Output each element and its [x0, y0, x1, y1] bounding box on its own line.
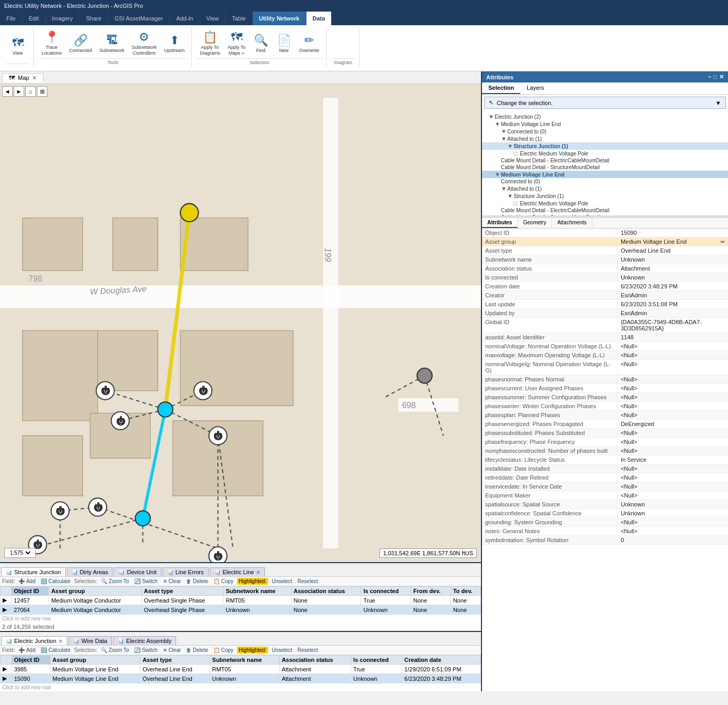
table-row[interactable]: ▶ 15090 Medium Voltage Line End Overhead… — [1, 674, 481, 683]
add-btn-2[interactable]: ➕ Add — [17, 647, 37, 654]
col-creationdate-2[interactable]: Creation date — [402, 656, 481, 665]
switch-btn-1[interactable]: 🔄 Switch — [132, 578, 159, 585]
tree-item-electric-junction[interactable]: ▼ Electric Junction (2) — [482, 113, 728, 120]
tree-toggle-2[interactable]: ▼ — [495, 121, 501, 127]
tab-addin[interactable]: Add-In — [170, 12, 200, 25]
tab-device-unit[interactable]: 📊 Device Unit — [114, 567, 161, 576]
tab-share[interactable]: Share — [79, 12, 108, 25]
delete-btn-1[interactable]: 🗑 Delete — [184, 578, 210, 585]
float-button[interactable]: □ — [713, 74, 717, 80]
upstream-button[interactable]: ⬆ Upstream — [161, 32, 187, 55]
apply-to-diagrams-button[interactable]: 📋 Apply ToDiagrams — [197, 29, 223, 58]
tree-item-structure-junction-2[interactable]: ▼ Structure Junction (1) — [482, 192, 728, 200]
attr-tab-geometry[interactable]: Geometry — [518, 218, 552, 228]
zoom-to-btn-1[interactable]: 🔍 Zoom To — [99, 578, 131, 585]
tab-view[interactable]: View — [200, 12, 226, 25]
col-isconnected-2[interactable]: Is connected — [351, 656, 402, 665]
tree-toggle-4[interactable]: ▼ — [501, 136, 507, 142]
apply-to-maps-button[interactable]: 🗺 Apply ToMaps = — [225, 29, 248, 58]
attributes-scroll[interactable]: Object ID 15090 Asset group Medium Volta… — [482, 229, 728, 691]
tab-electric-assembly[interactable]: 📊 Electric Assembly — [113, 636, 176, 645]
tab-selection[interactable]: Selection — [482, 82, 520, 94]
tree-item-connected-0-2[interactable]: Connected to (0) — [482, 178, 728, 185]
table-scroll-2[interactable]: Object ID Asset group Asset type Subnetw… — [0, 655, 481, 691]
col-assettype-2[interactable]: Asset type — [140, 656, 210, 665]
tree-toggle-5[interactable]: ▼ — [507, 143, 514, 149]
add-row-2[interactable]: Click to add new row. — [0, 683, 481, 691]
electric-line-close[interactable]: ✕ — [256, 569, 260, 575]
view-button[interactable]: 🗺 View — [7, 35, 28, 58]
tree-toggle-3[interactable]: ▼ — [501, 128, 507, 134]
edit-icon[interactable]: ✏ — [721, 239, 725, 245]
copy-btn-2[interactable]: 📋 Copy — [212, 647, 235, 654]
map-tab[interactable]: 🗺 Map ✕ — [2, 73, 44, 82]
close-button[interactable]: ✕ — [719, 74, 724, 80]
tab-dirty-areas[interactable]: 📊 Dirty Areas — [67, 567, 113, 576]
tab-table[interactable]: Table — [225, 12, 252, 25]
clear-btn-1[interactable]: ✕ Clear — [161, 578, 183, 585]
col-objectid-2[interactable]: Object ID — [12, 656, 50, 665]
tree-toggle-7[interactable]: ▼ — [495, 171, 501, 178]
map-container[interactable]: W Douglas Ave 199 698 — [0, 84, 481, 562]
attr-tab-attachments[interactable]: Attachments — [552, 218, 592, 228]
tree-toggle-1[interactable]: ▼ — [488, 113, 495, 120]
unselect-btn-1[interactable]: Unselect — [270, 578, 294, 585]
zoom-home-button[interactable]: ⌂ — [25, 86, 36, 97]
tab-wire-data[interactable]: 📊 Wire Data — [68, 636, 112, 645]
add-btn-1[interactable]: ➕ Add — [17, 578, 37, 585]
tab-utility-network[interactable]: Utility Network — [253, 12, 306, 25]
col-objectid-1[interactable]: Object ID — [12, 587, 49, 596]
tree-item-cable-mount-3[interactable]: Cable Mount Detail - ElectricCableMountD… — [482, 207, 728, 214]
tree-item-cable-mount-2[interactable]: Cable Mount Detail - StructureMountDetai… — [482, 164, 728, 171]
col-assocstatus-1[interactable]: Association status — [291, 587, 361, 596]
col-assetgroup-1[interactable]: Asset group — [49, 587, 141, 596]
tree-item-attached-1-2[interactable]: ▼ Attached to (1) — [482, 185, 728, 192]
unselect-btn-2[interactable]: Unselect — [270, 647, 294, 654]
tab-file[interactable]: File — [0, 12, 23, 25]
table-scroll-1[interactable]: Object ID Asset group Asset type Subnetw… — [0, 586, 481, 623]
attr-tab-attributes[interactable]: Attributes — [482, 218, 518, 228]
table-row[interactable]: ▶ 12457 Medium Voltage Conductor Overhea… — [1, 596, 481, 605]
col-assetgroup-2[interactable]: Asset group — [50, 656, 140, 665]
tree-toggle-8[interactable]: ▼ — [501, 185, 507, 192]
full-extent-button[interactable]: ⊞ — [37, 86, 47, 97]
selection-dropdown[interactable]: ↖ Change the selection. ▼ — [484, 97, 726, 109]
col-todev-1[interactable]: To dev. — [450, 587, 480, 596]
tree-item-mv-line-end-1[interactable]: ▼ Medium Voltage Line End — [482, 120, 728, 128]
electric-junction-close[interactable]: ✕ — [58, 638, 63, 644]
next-extent-button[interactable]: ► — [14, 86, 24, 97]
zoom-to-btn-2[interactable]: 🔍 Zoom To — [99, 647, 131, 654]
add-row-1[interactable]: Click to add new row. — [0, 615, 481, 623]
col-assettype-1[interactable]: Asset type — [141, 587, 223, 596]
switch-btn-2[interactable]: 🔄 Switch — [132, 647, 159, 654]
tree-toggle-9[interactable]: ▼ — [507, 193, 514, 199]
subnetwork-button[interactable]: 🏗 Subnetwork — [97, 32, 127, 55]
copy-btn-1[interactable]: 📋 Copy — [212, 578, 235, 585]
col-subnetwork-2[interactable]: Subnetwork name — [210, 656, 279, 665]
scale-select[interactable]: 1:575 — [8, 550, 32, 556]
tab-imagery[interactable]: Imagery — [46, 12, 80, 25]
delete-btn-2[interactable]: 🗑 Delete — [184, 647, 210, 654]
tab-gsi[interactable]: GSI AssetManager — [108, 12, 170, 25]
map-tab-close[interactable]: ✕ — [32, 75, 37, 81]
col-isconnected-1[interactable]: Is connected — [361, 587, 411, 596]
tab-layers[interactable]: Layers — [520, 82, 550, 94]
col-fromdev-1[interactable]: From dev. — [411, 587, 451, 596]
col-subnetwork-1[interactable]: Subnetwork name — [223, 587, 291, 596]
reselect-btn-1[interactable]: Reselect — [296, 578, 320, 585]
tree-item-cable-mount-1[interactable]: Cable Mount Detail - ElectricCableMountD… — [482, 157, 728, 164]
tab-structure-junction[interactable]: 📊 Structure Junction — [1, 567, 66, 576]
reselect-btn-2[interactable]: Reselect — [296, 647, 320, 654]
tree-item-connected-0[interactable]: ▼ Connected to (0) — [482, 128, 728, 135]
prev-extent-button[interactable]: ◄ — [2, 86, 13, 97]
tree-item-mv-pole-2[interactable]: □ Electric Medium Voltage Pole — [482, 200, 728, 207]
clear-btn-2[interactable]: ✕ Clear — [161, 647, 183, 654]
table-row[interactable]: ▶ 3985 Medium Voltage Line End Overhead … — [1, 665, 481, 674]
find-button[interactable]: 🔍 Find — [250, 32, 271, 55]
calculate-btn-2[interactable]: 🔢 Calculate — [39, 647, 71, 654]
new-button[interactable]: 📄 New — [273, 32, 294, 55]
overwrite-button[interactable]: ✏ Overwrite — [296, 32, 322, 55]
table-row[interactable]: ▶ 27064 Medium Voltage Conductor Overhea… — [1, 605, 481, 615]
tree-item-structure-junction-1[interactable]: ▼ Structure Junction (1) — [482, 142, 728, 150]
tab-edit[interactable]: Edit — [23, 12, 46, 25]
